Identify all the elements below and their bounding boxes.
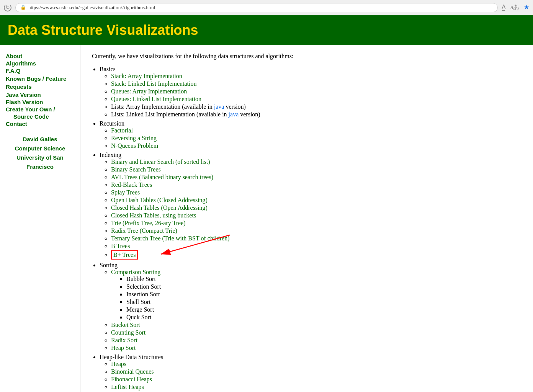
link-rbt[interactable]: Red-Black Trees: [111, 181, 152, 188]
link-stack-array[interactable]: Stack: Array Implementation: [111, 73, 182, 79]
section-heap: Heap-like Data Structures Heaps Binomial…: [100, 354, 522, 390]
list-item: Binomial Queues: [111, 368, 522, 375]
list-item: AVL Trees (Balanced binary search trees): [111, 174, 522, 181]
sidebar: About Algorithms F.A.Q Known Bugs / Feat…: [0, 45, 80, 392]
reader-icon: A̲: [502, 3, 506, 11]
link-lists-array-java[interactable]: java: [214, 103, 224, 110]
link-bst[interactable]: Binary Search Trees: [111, 166, 161, 173]
link-btrees[interactable]: B Trees: [111, 243, 130, 249]
refresh-button[interactable]: ↻: [4, 4, 11, 11]
section-indexing-title: Indexing: [100, 152, 121, 158]
page-layout: About Algorithms F.A.Q Known Bugs / Feat…: [0, 45, 533, 392]
section-sorting: Sorting Comparison Sorting Bubble Sort S…: [100, 262, 522, 351]
site-header: Data Structure Visualizations: [0, 15, 533, 45]
list-item: Closed Hash Tables, using buckets: [111, 212, 522, 219]
list-item: Reversing a String: [111, 135, 522, 142]
link-reversing[interactable]: Reversing a String: [111, 135, 157, 141]
list-item: Fibonacci Heaps: [111, 376, 522, 383]
link-splay[interactable]: Splay Trees: [111, 189, 140, 196]
browser-icons: A̲ aあ ★: [502, 3, 529, 11]
link-leftist[interactable]: Leftist Heaps: [111, 384, 144, 390]
link-binomial[interactable]: Binomial Queues: [111, 368, 154, 375]
list-item: Splay Trees: [111, 189, 522, 196]
list-item: Binary Search Trees: [111, 166, 522, 173]
list-item: Bucket Sort: [111, 322, 522, 328]
recursion-sublist: Factorial Reversing a String N-Queens Pr…: [111, 127, 522, 149]
link-factorial[interactable]: Factorial: [111, 127, 133, 134]
section-recursion-title: Recursion: [100, 120, 124, 127]
svg-line-1: [161, 235, 230, 254]
sidebar-author: David Galles Computer Science University…: [6, 135, 74, 172]
link-nqueens[interactable]: N-Queens Problem: [111, 142, 158, 149]
link-queues-array[interactable]: Queues: Array Implementation: [111, 88, 187, 95]
list-item: Merge Sort: [126, 306, 522, 313]
sidebar-item-java[interactable]: Java Version: [6, 91, 74, 98]
section-sorting-title: Sorting: [100, 262, 118, 268]
sidebar-item-flash[interactable]: Flash Version: [6, 99, 74, 105]
sidebar-item-create[interactable]: Create Your Own /: [6, 106, 74, 113]
red-arrow: [157, 231, 234, 258]
author-dept: Computer Science: [6, 144, 74, 153]
section-heap-title: Heap-like Data Structures: [100, 354, 163, 360]
list-item: Queues: Array Implementation: [111, 88, 522, 95]
link-bplus-trees[interactable]: B+ Trees: [111, 250, 138, 260]
link-closed-hash-buckets[interactable]: Closed Hash Tables, using buckets: [111, 212, 196, 219]
link-heaps[interactable]: Heaps: [111, 361, 126, 367]
link-open-hash[interactable]: Open Hash Tables (Closed Addressing): [111, 197, 208, 203]
main-content: Currently, we have visualizations for th…: [80, 45, 533, 392]
section-indexing: Indexing Binary and Linear Search (of so…: [100, 152, 522, 260]
list-item: Selection Sort: [126, 283, 522, 290]
comparison-sublist: Bubble Sort Selection Sort Insertion Sor…: [126, 276, 522, 321]
sidebar-item-contact[interactable]: Contact: [6, 121, 74, 127]
author-city: Francisco: [6, 162, 74, 172]
browser-chrome: ↻ 🔒 https://www.cs.usfca.edu/~galles/vis…: [0, 0, 533, 15]
link-closed-hash[interactable]: Closed Hash Tables (Open Addressing): [111, 204, 208, 211]
link-queues-ll[interactable]: Queues: Linked List Implementation: [111, 96, 201, 102]
sidebar-item-algorithms[interactable]: Algorithms: [6, 60, 74, 67]
link-trie[interactable]: Trie (Prefix Tree, 26-ary Tree): [111, 220, 186, 226]
sidebar-nav: About Algorithms F.A.Q Known Bugs / Feat…: [6, 53, 74, 127]
link-radix-sort[interactable]: Radix Sort: [111, 337, 137, 343]
font-icon: aあ: [510, 3, 519, 11]
list-item: Shell Sort: [126, 299, 522, 305]
link-fibonacci[interactable]: Fibonacci Heaps: [111, 376, 152, 382]
site-title: Data Structure Visualizations: [8, 22, 525, 38]
list-item: Queues: Linked List Implementation: [111, 96, 522, 103]
list-item: Counting Sort: [111, 329, 522, 336]
sidebar-item-about[interactable]: About: [6, 53, 74, 59]
link-counting-sort[interactable]: Counting Sort: [111, 329, 146, 336]
link-binary-linear[interactable]: Binary and Linear Search (of sorted list…: [111, 158, 210, 165]
list-item: Leftist Heaps: [111, 384, 522, 390]
list-item: Binary and Linear Search (of sorted list…: [111, 158, 522, 165]
list-item: Lists: Linked List Implementation (avail…: [111, 111, 522, 118]
link-lists-ll-java[interactable]: java: [229, 111, 239, 118]
sidebar-item-faq[interactable]: F.A.Q: [6, 67, 74, 74]
sidebar-item-known-bugs[interactable]: Known Bugs / Feature Requests: [6, 75, 74, 91]
lock-icon: 🔒: [20, 5, 26, 10]
list-item: Radix Sort: [111, 337, 522, 344]
intro-text: Currently, we have visualizations for th…: [92, 53, 522, 60]
list-item: Heaps: [111, 361, 522, 368]
link-stack-ll[interactable]: Stack: Linked List Implementation: [111, 80, 197, 87]
link-bucket-sort[interactable]: Bucket Sort: [111, 322, 140, 328]
list-item: N-Queens Problem: [111, 142, 522, 149]
list-item-bplus: B+ Trees: [111, 250, 522, 260]
section-basics: Basics Stack: Array Implementation Stack…: [100, 66, 522, 118]
link-heap-sort[interactable]: Heap Sort: [111, 345, 136, 351]
list-item: Red-Black Trees: [111, 181, 522, 188]
url-bar[interactable]: 🔒 https://www.cs.usfca.edu/~galles/visua…: [15, 3, 498, 12]
sidebar-item-source[interactable]: Source Code: [6, 113, 74, 120]
indexing-sublist: Binary and Linear Search (of sorted list…: [111, 158, 522, 260]
list-item: Open Hash Tables (Closed Addressing): [111, 197, 522, 204]
link-comparison-sorting[interactable]: Comparison Sorting: [111, 269, 160, 275]
section-recursion: Recursion Factorial Reversing a String N…: [100, 120, 522, 149]
link-avl[interactable]: AVL Trees (Balanced binary search trees): [111, 174, 213, 180]
star-icon: ★: [524, 3, 529, 11]
heap-sublist: Heaps Binomial Queues Fibonacci Heaps Le…: [111, 361, 522, 390]
url-text: https://www.cs.usfca.edu/~galles/visuali…: [28, 5, 155, 11]
top-list: Basics Stack: Array Implementation Stack…: [100, 66, 522, 390]
author-university: University of San: [6, 153, 74, 162]
list-item: Bubble Sort: [126, 276, 522, 283]
sorting-sublist: Comparison Sorting Bubble Sort Selection…: [111, 269, 522, 351]
list-item: Stack: Linked List Implementation: [111, 80, 522, 87]
